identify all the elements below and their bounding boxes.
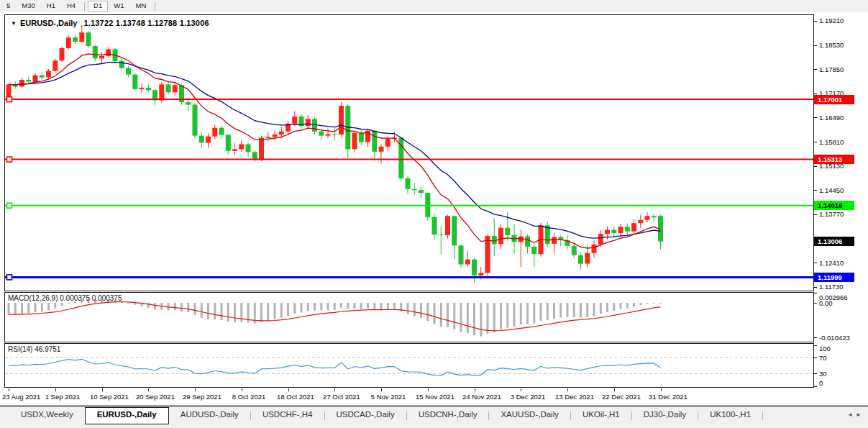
tab-xauusd-daily[interactable]: XAUUSD-,Daily (489, 407, 570, 424)
tab-scroll-right-icon[interactable]: ► (856, 411, 864, 418)
chart-title: ▼EURUSD-,Daily1.13722 1.13748 1.12788 1.… (11, 19, 209, 27)
timeframe-button-h4[interactable]: H4 (61, 1, 81, 12)
timeframe-button-h1[interactable]: H1 (41, 1, 61, 12)
date-label: 18 Oct 2021 (277, 393, 314, 401)
tab-usdcad-daily[interactable]: USDCAD-,Daily (325, 407, 406, 424)
chart-symbol-label: EURUSD-,Daily (20, 19, 77, 27)
date-label: 1 Sep 2021 (45, 393, 81, 401)
rsi-axis-tick (814, 386, 817, 387)
price-axis-tick (814, 21, 817, 22)
tab-separator (762, 411, 763, 420)
tab-dj30-daily[interactable]: DJ30-,Daily (632, 407, 698, 424)
rsi-canvas[interactable] (5, 344, 813, 387)
rsi-axis-tick (814, 373, 817, 374)
date-axis-tick (475, 388, 475, 391)
chart-ohlc-values: 1.13722 1.13748 1.12788 1.13006 (83, 19, 209, 27)
price-axis-tick (814, 190, 817, 191)
price-axis-tick (814, 142, 817, 142)
date-label: 24 Nov 2021 (462, 393, 501, 401)
price-axis-label: 1.15810 (819, 138, 844, 146)
date-axis-tick (55, 388, 56, 391)
date-axis-tick (195, 388, 196, 391)
tab-eurusd-daily[interactable]: EURUSD-,Daily (85, 407, 169, 424)
hline-1.17001-handle[interactable] (7, 97, 12, 102)
ma-slow-line (9, 63, 661, 239)
price-axis-label: 1.17170 (819, 89, 844, 97)
price-axis-label: 1.14450 (819, 186, 844, 194)
date-label: 5 Nov 2021 (371, 393, 406, 401)
date-label: 29 Sep 2021 (183, 393, 221, 401)
macd-axis-label: 0.00 (819, 299, 833, 307)
date-axis-tick (102, 388, 103, 391)
date-label: 15 Nov 2021 (416, 393, 454, 401)
price-axis-label: 1.16490 (819, 114, 844, 122)
price-axis-label: 1.13770 (819, 210, 844, 218)
date-axis-tick (288, 388, 289, 391)
date-label: 10 Sep 2021 (90, 393, 129, 401)
price-badge-1.11999: 1.11999 (814, 273, 854, 282)
tab-ukoil-h1[interactable]: UKOil-,H1 (571, 407, 631, 424)
date-label: 22 Dec 2021 (602, 393, 641, 401)
price-axis-tick (814, 166, 817, 167)
date-axis-tick (334, 388, 335, 391)
trading-app-window: 5M30H1H4D1W1MN ▼EURUSD-,Daily1.13722 1.1… (0, 0, 868, 428)
price-axis-tick (814, 69, 817, 70)
timeframe-button-m30[interactable]: M30 (16, 1, 40, 12)
timeframe-toolbar: 5M30H1H4D1W1MN (0, 0, 868, 12)
rsi-axis-label: 100 (819, 345, 831, 352)
hline-1.11999-handle[interactable] (7, 275, 12, 280)
price-axis-label: 1.13090 (819, 235, 844, 242)
price-axis-tick (814, 117, 817, 118)
candlesticks (6, 25, 664, 283)
macd-canvas[interactable] (5, 293, 813, 342)
tab-scroll-arrows: ◄► (847, 411, 864, 418)
rsi-label: RSI(14) 46.9751 (8, 345, 60, 353)
date-axis-tick (242, 388, 242, 391)
ma-fast-line (9, 54, 661, 248)
price-badge-1.15313: 1.15313 (814, 155, 854, 164)
macd-axis-tick (814, 303, 817, 304)
date-axis-tick (521, 388, 521, 391)
date-axis-tick (614, 388, 615, 391)
price-axis-label: 1.18530 (819, 41, 844, 49)
price-axis-tick (814, 287, 817, 288)
macd-histogram (8, 299, 662, 337)
macd-panel: MACD(12,26,9) 0.000375 0.000375 (4, 292, 814, 342)
symbol-dropdown-icon[interactable]: ▼ (11, 20, 17, 27)
hline-1.14016-handle[interactable] (7, 203, 12, 208)
tab-audusd-daily[interactable]: AUDUSD-,Daily (169, 407, 250, 424)
rsi-axis-label: 30 (819, 370, 827, 378)
price-axis-tick (814, 214, 817, 215)
timeframe-button-5[interactable]: 5 (1, 1, 16, 12)
date-label: 8 Oct 2021 (232, 393, 265, 401)
tab-uk100-h1[interactable]: UK100-,H1 (698, 407, 762, 424)
tab-usdx-weekly[interactable]: USDX,Weekly (9, 407, 85, 424)
macd-label: MACD(12,26,9) 0.000375 0.000375 (8, 294, 122, 302)
tab-scroll-left-icon[interactable]: ◄ (847, 411, 856, 418)
hline-1.15313-handle[interactable] (7, 157, 12, 162)
main-chart-panel: ▼EURUSD-,Daily1.13722 1.13748 1.12788 1.… (4, 14, 814, 291)
timeframe-button-mn[interactable]: MN (130, 1, 152, 12)
tab-usdchf-h4[interactable]: USDCHF-,H4 (251, 407, 324, 424)
toolbar-separator (155, 2, 155, 11)
macd-axis-label: 0.002966 (819, 293, 848, 301)
rsi-axis-tick (814, 345, 817, 346)
price-axis-tick (814, 94, 817, 94)
timeframe-button-d1[interactable]: D1 (88, 1, 108, 12)
main-chart-canvas[interactable] (5, 15, 813, 291)
date-label: 27 Oct 2021 (323, 393, 360, 401)
macd-axis-tick (814, 293, 817, 293)
tab-usdcnh-daily[interactable]: USDCNH-,Daily (407, 407, 489, 424)
chart-tabs-bar: USDX,WeeklyEURUSD-,DailyAUDUSD-,DailyUSD… (0, 406, 868, 424)
timeframe-button-w1[interactable]: W1 (108, 1, 129, 12)
date-label: 31 Dec 2021 (649, 393, 687, 401)
price-axis-label: 1.15130 (819, 162, 844, 170)
rsi-line (9, 359, 661, 375)
price-axis-tick (814, 238, 817, 239)
toolbar-separator (84, 2, 85, 11)
price-axis-tick (814, 263, 817, 263)
price-badge-1.17001: 1.17001 (814, 95, 854, 104)
rsi-panel: RSI(14) 46.9751 (4, 343, 814, 388)
date-axis: 23 Aug 20211 Sep 202110 Sep 202120 Sep 2… (0, 388, 868, 405)
price-badge-1.14016: 1.14016 (814, 201, 854, 210)
